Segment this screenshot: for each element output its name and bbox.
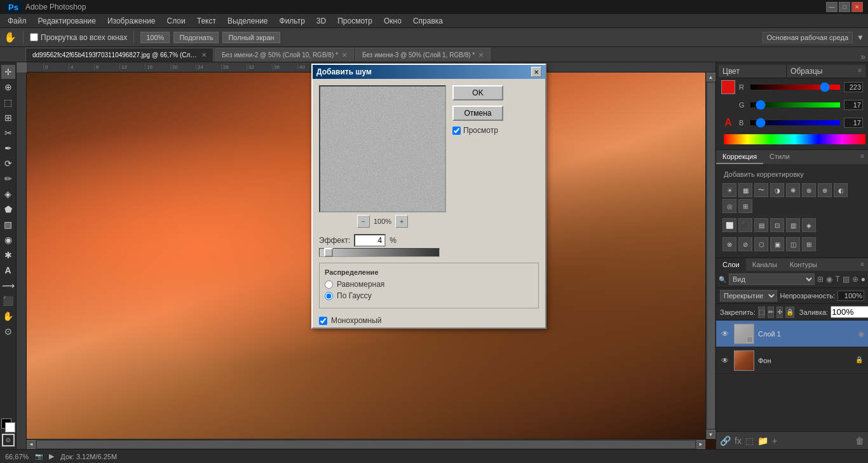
menu-image[interactable]: Изображение	[102, 15, 161, 27]
color-panel-header[interactable]: Цвет	[719, 65, 786, 78]
tab-1[interactable]: Без имени-2 @ 50% (Слой 10, RGB/8) * ✕	[215, 48, 354, 62]
close-button[interactable]: ✕	[851, 2, 863, 12]
scroll-right-btn[interactable]: ►	[696, 440, 705, 449]
extra-icon4[interactable]: ▣	[770, 237, 784, 251]
foreground-color-swatch[interactable]	[721, 80, 735, 94]
lock-brush-btn[interactable]: ✏	[768, 307, 774, 318]
tab-correction[interactable]: Коррекция	[716, 150, 763, 164]
shape-tool[interactable]: ⬛	[1, 294, 15, 308]
color-spectrum[interactable]	[724, 134, 865, 144]
color-lookup-icon[interactable]: ⬜	[722, 218, 736, 232]
monochrome-checkbox[interactable]	[319, 317, 327, 325]
minimize-button[interactable]: —	[826, 2, 837, 12]
extra-icon6[interactable]: ⊞	[802, 237, 816, 251]
scroll-thumb-v[interactable]	[707, 83, 715, 429]
threshold-icon[interactable]: ⊡	[770, 218, 784, 232]
curves-icon[interactable]: 〜	[754, 183, 768, 197]
move-tool[interactable]: ✛	[1, 65, 15, 79]
link-layers-btn[interactable]: 🔗	[720, 436, 731, 446]
vibrance-icon[interactable]: ❋	[786, 183, 800, 197]
filter-icon5[interactable]: ⊕	[852, 275, 858, 284]
menu-text[interactable]: Текст	[192, 15, 221, 27]
menu-layers[interactable]: Слои	[162, 15, 191, 27]
tab-1-close[interactable]: ✕	[342, 52, 347, 59]
menu-3d[interactable]: 3D	[311, 15, 331, 27]
eyedropper-tool[interactable]: ✒	[1, 141, 15, 155]
stamp-tool[interactable]: ◈	[1, 187, 15, 201]
extra-icon1[interactable]: ⊗	[722, 237, 736, 251]
blend-mode-select[interactable]: Перекрытие	[720, 290, 777, 301]
opacity-input[interactable]	[837, 291, 864, 301]
new-layer-btn[interactable]: +	[772, 436, 777, 446]
bw-icon[interactable]: ◐	[834, 183, 848, 197]
dodge-tool[interactable]: ◉	[1, 233, 15, 247]
scrollbar-horizontal[interactable]: ◄ ►	[27, 439, 705, 449]
filter-icon3[interactable]: T	[835, 275, 839, 284]
menu-view[interactable]: Просмотр	[332, 15, 377, 27]
fullscreen-button[interactable]: Полный экран	[222, 32, 280, 43]
layer-0-visibility-toggle[interactable]: 👁	[720, 329, 730, 339]
samples-panel-header[interactable]: Образцы	[786, 65, 854, 78]
eraser-tool[interactable]: ⬟	[1, 202, 15, 216]
scrollbar-vertical[interactable]: ▲ ▼	[705, 73, 715, 439]
tab-0[interactable]: dd99562fc42f65b4193f703110496827.jpg @ 6…	[25, 48, 214, 62]
effect-value-input[interactable]	[354, 234, 386, 247]
fill-input[interactable]	[831, 306, 868, 318]
hue-saturation-icon[interactable]: ⊗	[802, 183, 816, 197]
layer-filter-select[interactable]: Вид	[729, 273, 815, 285]
layer-item-1[interactable]: 👁 Фон 🔒	[716, 347, 868, 374]
tab-paths[interactable]: Контуры	[783, 258, 824, 271]
healing-tool[interactable]: ⟳	[1, 156, 15, 170]
zoom-value-display[interactable]: 100%	[140, 32, 170, 43]
background-color[interactable]	[5, 422, 15, 432]
posterize-icon[interactable]: ▤	[754, 218, 768, 232]
new-group-btn[interactable]: 📁	[757, 436, 768, 446]
effect-slider[interactable]	[319, 248, 440, 257]
b-slider[interactable]	[750, 120, 840, 125]
fit-button[interactable]: Подогнать	[173, 32, 219, 43]
photo-filter-icon[interactable]: ◎	[722, 199, 736, 213]
zoom-tool[interactable]: ⊕	[1, 80, 15, 94]
tab-channels[interactable]: Каналы	[746, 258, 783, 271]
tab-2-close[interactable]: ✕	[478, 52, 484, 59]
scroll-up-btn[interactable]: ▲	[707, 73, 715, 81]
dialog-close-button[interactable]: ✕	[531, 67, 541, 77]
extra-icon2[interactable]: ⊘	[738, 237, 752, 251]
quick-mask-btn[interactable]: ⊙	[2, 434, 15, 446]
add-mask-btn[interactable]: ⬚	[745, 436, 754, 446]
filter-icon4[interactable]: ▧	[843, 275, 850, 284]
filter-toggle[interactable]: ●	[861, 275, 865, 284]
filter-icon2[interactable]: ◉	[826, 275, 832, 284]
menu-window[interactable]: Окно	[379, 15, 407, 27]
add-style-btn[interactable]: fx	[735, 436, 742, 446]
path-select-tool[interactable]: ⟿	[1, 279, 15, 293]
channel-mixer-icon[interactable]: ⊞	[738, 199, 752, 213]
g-value-input[interactable]	[844, 100, 863, 110]
zoom-in-preview-btn[interactable]: +	[395, 215, 408, 228]
rotate-tool[interactable]: ⊙	[1, 324, 15, 338]
panels-toggle-icon[interactable]: »	[860, 52, 865, 62]
lock-move-btn[interactable]: ✛	[776, 307, 783, 318]
scroll-left-btn[interactable]: ◄	[27, 440, 36, 449]
levels-icon[interactable]: ▦	[738, 183, 752, 197]
layers-panel-menu[interactable]: ≡	[857, 258, 868, 271]
menu-file[interactable]: Файл	[3, 15, 32, 27]
brightness-contrast-icon[interactable]: ☀	[722, 183, 736, 197]
lasso-tool[interactable]: ⊞	[1, 111, 15, 125]
filter-icon1[interactable]: ⊞	[817, 275, 824, 284]
tab-layers[interactable]: Слои	[716, 258, 746, 271]
gradient-map-icon[interactable]: ▥	[786, 218, 800, 232]
tab-2[interactable]: Без имени-3 @ 50% (Слой 1, RGB/8) * ✕	[355, 48, 491, 62]
panel-menu-icon[interactable]: ≡	[854, 65, 865, 78]
status-arrow[interactable]: ▶	[49, 452, 54, 460]
b-value-input[interactable]	[844, 118, 863, 128]
gaussian-radio[interactable]	[325, 292, 333, 300]
crop-tool[interactable]: ✂	[1, 126, 15, 140]
gradient-tool[interactable]: ▧	[1, 218, 15, 232]
correction-panel-menu[interactable]: ≡	[857, 150, 868, 164]
r-slider[interactable]	[750, 85, 840, 90]
menu-help[interactable]: Справка	[408, 15, 448, 27]
menu-filter[interactable]: Фильтр	[275, 15, 310, 27]
maximize-button[interactable]: □	[839, 2, 850, 12]
pen-tool[interactable]: ✱	[1, 248, 15, 262]
